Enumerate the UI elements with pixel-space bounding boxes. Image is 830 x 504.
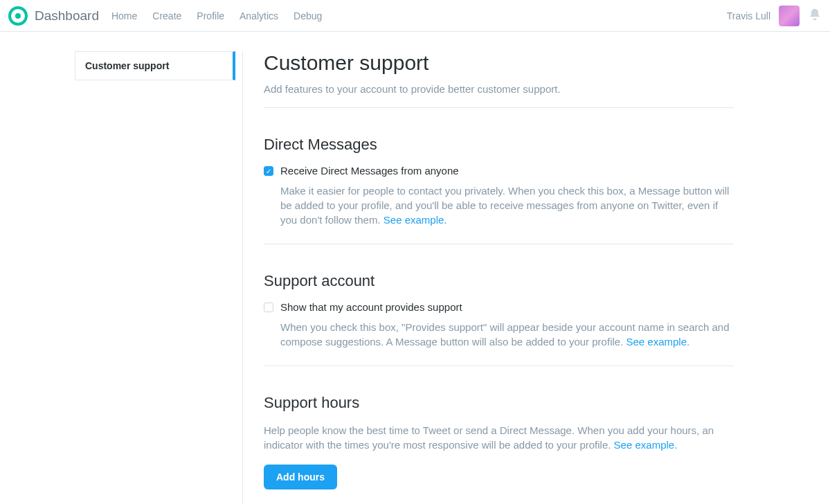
notifications-icon[interactable] (808, 8, 822, 24)
nav-analytics[interactable]: Analytics (240, 10, 278, 21)
sidebar: Customer support (0, 51, 235, 504)
page-description: Add features to your account to provide … (264, 83, 734, 108)
nav-debug[interactable]: Debug (294, 10, 322, 21)
username: Travis Lull (727, 10, 770, 21)
main-nav: Home Create Profile Analytics Debug (111, 10, 322, 21)
section-support-hours: Support hours Help people know the best … (264, 366, 734, 504)
brand-title: Dashboard (35, 8, 99, 24)
support-checkbox-label: Show that my account provides support (280, 301, 462, 313)
nav-home[interactable]: Home (111, 10, 137, 21)
topbar: Dashboard Home Create Profile Analytics … (0, 0, 830, 32)
dm-checkbox-label: Receive Direct Messages from anyone (280, 165, 459, 177)
hours-see-example-link[interactable]: See example. (614, 439, 678, 451)
support-heading: Support account (264, 272, 734, 290)
support-checkbox[interactable] (264, 303, 273, 312)
main-content: Customer support Add features to your ac… (242, 51, 741, 504)
hours-help-text: Help people know the best time to Tweet … (264, 423, 734, 452)
avatar[interactable] (779, 6, 800, 26)
dm-help-text: Make it easier for people to contact you… (280, 183, 734, 227)
section-direct-messages: Direct Messages ✓ Receive Direct Message… (264, 108, 734, 244)
add-hours-button[interactable]: Add hours (264, 465, 337, 489)
support-see-example-link[interactable]: See example. (626, 336, 689, 348)
dm-checkbox-row: ✓ Receive Direct Messages from anyone (264, 165, 734, 177)
dm-see-example-link[interactable]: See example. (384, 214, 447, 226)
section-support-account: Support account Show that my account pro… (264, 244, 734, 366)
topbar-right: Travis Lull (727, 6, 822, 26)
nav-create[interactable]: Create (152, 10, 181, 21)
support-checkbox-row: Show that my account provides support (264, 301, 734, 313)
logo-icon (8, 6, 28, 26)
sidebar-item-customer-support[interactable]: Customer support (75, 51, 235, 80)
dm-heading: Direct Messages (264, 136, 734, 154)
page-body: Customer support Customer support Add fe… (0, 32, 830, 504)
nav-profile[interactable]: Profile (197, 10, 224, 21)
support-help-text: When you check this box, "Provides suppo… (280, 320, 734, 349)
page-title: Customer support (264, 51, 734, 75)
hours-heading: Support hours (264, 394, 734, 412)
dm-help-body: Make it easier for people to contact you… (280, 185, 729, 226)
dm-checkbox[interactable]: ✓ (264, 166, 273, 176)
